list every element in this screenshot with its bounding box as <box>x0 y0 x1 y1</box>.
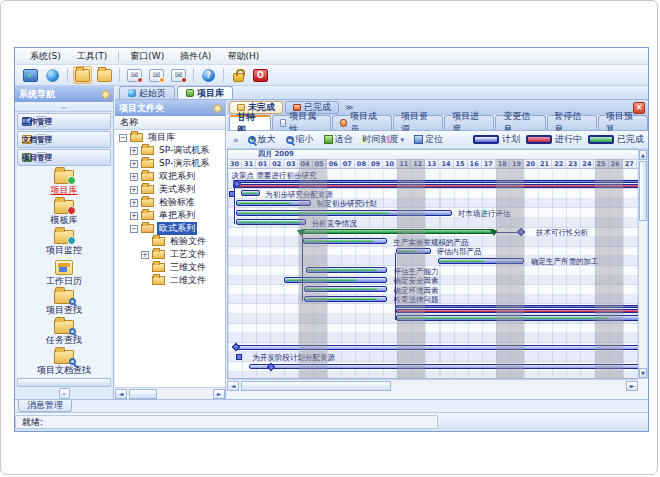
tab-项目预算[interactable]: 项目预算 <box>598 115 648 130</box>
scrollbar-thumb[interactable] <box>639 161 647 221</box>
scroll-left-icon[interactable]: ◄ <box>227 381 239 391</box>
sidebar-item-entry[interactable]: 任务查找 <box>18 317 110 347</box>
menu-item[interactable]: 工具(T) <box>70 48 115 65</box>
tree-node[interactable]: +检验标准 <box>115 196 225 209</box>
gantt-bar-plan[interactable] <box>233 180 638 183</box>
gantt-bar-task[interactable] <box>284 277 388 283</box>
tree-node[interactable]: −欧式系列 <box>115 222 225 235</box>
scroll-left-icon[interactable]: ◄ <box>115 389 127 399</box>
sidebar-collapsed-group[interactable] <box>17 378 111 387</box>
tab-暂停信息[interactable]: 暂停信息 <box>547 115 597 130</box>
client-button[interactable] <box>21 66 40 84</box>
lock-button[interactable] <box>229 66 248 84</box>
gantt-button-缩小[interactable]: 缩小 <box>283 132 317 147</box>
tab-项目资源[interactable]: 项目资源 <box>393 115 443 130</box>
gantt-bar-task[interactable] <box>236 210 452 216</box>
scroll-up-icon[interactable]: ▲ <box>639 150 647 160</box>
tree-horizontal-scrollbar[interactable]: ◄ ► <box>115 387 225 399</box>
gantt-vertical-scrollbar[interactable]: ▲ ▼ <box>638 149 648 379</box>
expand-icon[interactable]: + <box>130 173 138 181</box>
gantt-bar-inprogress[interactable] <box>396 309 638 313</box>
tree-node[interactable]: +工艺文件 <box>115 248 225 261</box>
tree-node[interactable]: +双把系列 <box>115 170 225 183</box>
menu-item[interactable]: 帮助(H) <box>220 48 266 65</box>
sidebar-more-button[interactable]: ⌄ <box>15 387 113 399</box>
tab-起始页[interactable]: 起始页 <box>119 86 175 99</box>
scroll-down-icon[interactable]: ▼ <box>639 368 647 378</box>
menu-item[interactable]: 系统(S) <box>23 48 68 65</box>
expand-icon[interactable]: + <box>130 199 138 207</box>
scroll-right-icon[interactable]: ► <box>213 389 225 399</box>
tree-node[interactable]: +SP-调试机系 <box>115 144 225 157</box>
tab-项目成员[interactable]: 项目成员 <box>332 115 392 130</box>
scrollbar-thumb[interactable] <box>129 389 157 399</box>
gantt-bar-task[interactable] <box>306 267 388 273</box>
gantt-button-放大[interactable]: 放大 <box>245 132 279 147</box>
tab-message-management[interactable]: 消息管理 <box>18 400 72 412</box>
mail-read-button[interactable] <box>147 66 166 84</box>
pin-icon[interactable] <box>101 89 111 99</box>
tree-column-header[interactable]: 名称 <box>115 116 225 130</box>
menu-item[interactable]: 窗口(W) <box>123 48 171 65</box>
tree-node[interactable]: 三维文件 <box>115 261 225 274</box>
tree-node[interactable]: +SP-演示机系 <box>115 157 225 170</box>
expand-icon[interactable]: + <box>141 251 149 259</box>
tab-项目属性[interactable]: 项目属性 <box>272 115 332 130</box>
collapse-icon[interactable]: − <box>119 134 127 142</box>
mail-new-button[interactable] <box>125 66 144 84</box>
gantt-button-时间刻度[interactable]: 时间刻度▾ <box>360 132 408 147</box>
gantt-bar-task[interactable] <box>236 219 307 225</box>
gantt-bar-task[interactable] <box>396 248 431 254</box>
pin-icon[interactable] <box>213 103 223 113</box>
expand-icon[interactable]: + <box>130 186 138 194</box>
gantt-bar-task[interactable] <box>438 258 524 264</box>
gantt-bar-task[interactable] <box>304 296 387 302</box>
sidebar-item-entry[interactable]: 项目查找 <box>18 287 110 317</box>
gantt-button-适合[interactable]: 适合 <box>321 132 356 147</box>
gantt-bar-inprogress[interactable] <box>233 184 638 188</box>
sidebar-group-2[interactable]: 文档管理⌄ <box>17 131 111 148</box>
open-folder-button[interactable] <box>73 66 92 84</box>
gantt-bar-summary[interactable] <box>301 229 494 234</box>
collapse-icon[interactable]: − <box>130 225 138 233</box>
toolbar-overflow-button[interactable]: » <box>231 135 241 145</box>
sidebar-group-1[interactable]: 工作管理⌄ <box>17 113 111 130</box>
sidebar-item-selected[interactable]: 项目库 <box>18 168 110 198</box>
project-window-button[interactable] <box>95 66 114 84</box>
sidebar-item-entry[interactable]: 项目文档查找 <box>18 347 110 377</box>
exit-button[interactable] <box>251 66 270 84</box>
tab-甘特图[interactable]: 甘特图 <box>229 115 271 130</box>
help-button[interactable] <box>199 66 218 84</box>
scroll-right-icon[interactable]: ► <box>626 381 638 391</box>
gantt-bar-plan[interactable] <box>396 305 638 308</box>
tree-node[interactable]: −项目库 <box>115 131 225 144</box>
gantt-bar-task[interactable] <box>304 286 387 292</box>
mail-delete-button[interactable] <box>169 66 188 84</box>
tree-node[interactable]: 二维文件 <box>115 274 225 287</box>
tree-node[interactable]: +美式系列 <box>115 183 225 196</box>
gantt-bar-plan[interactable] <box>249 364 638 369</box>
sidebar-group-3[interactable]: 项目管理⌃ <box>17 149 111 166</box>
expand-icon[interactable]: + <box>130 160 138 168</box>
menu-item[interactable]: 插件(A) <box>173 48 218 65</box>
tab-项目库[interactable]: 项目库 <box>177 86 233 99</box>
sidebar-item-entry[interactable]: 工作日历 <box>18 258 110 288</box>
browser-button[interactable] <box>43 66 62 84</box>
tab-项目进度[interactable]: 项目进度 <box>444 115 494 130</box>
scrollbar-thumb[interactable] <box>241 381 391 391</box>
sidebar-item-entry[interactable]: 项目监控 <box>18 228 110 258</box>
tree-node[interactable]: +单把系列 <box>115 209 225 222</box>
sidebar-collapse-button[interactable]: ︿ <box>15 102 113 112</box>
tab-变更信息[interactable]: 变更信息 <box>495 115 545 130</box>
gantt-bar-task[interactable] <box>396 315 638 321</box>
gantt-bar-plan[interactable] <box>236 345 638 350</box>
expand-icon[interactable]: + <box>130 212 138 220</box>
gantt-bar-task[interactable] <box>241 190 260 196</box>
gantt-button-定位[interactable]: 定位 <box>411 132 446 147</box>
gantt-bar-task[interactable] <box>303 238 387 244</box>
gantt-horizontal-scrollbar[interactable]: ◄ ► <box>227 379 638 391</box>
gantt-bar-task[interactable] <box>236 200 311 206</box>
milestone-square[interactable] <box>236 354 242 360</box>
expand-icon[interactable]: + <box>130 147 138 155</box>
sidebar-item-entry[interactable]: 模板库 <box>18 198 110 228</box>
